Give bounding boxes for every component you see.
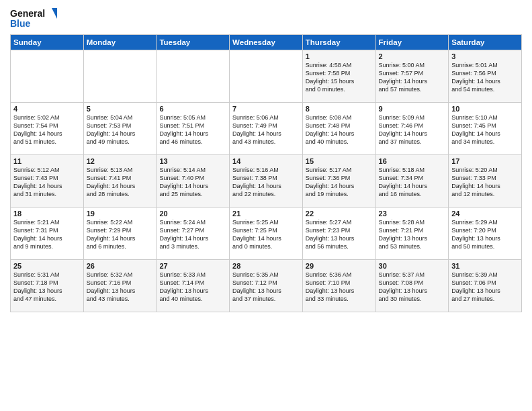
header: General Blue (10, 7, 522, 30)
day-cell: 5Sunrise: 5:04 AM Sunset: 7:53 PM Daylig… (83, 103, 157, 155)
day-number: 10 (451, 105, 519, 113)
day-info: Sunrise: 5:09 AM Sunset: 7:46 PM Dayligh… (379, 113, 446, 146)
day-info: Sunrise: 5:18 AM Sunset: 7:34 PM Dayligh… (379, 166, 446, 199)
day-number: 1 (306, 52, 373, 60)
day-cell: 10Sunrise: 5:10 AM Sunset: 7:45 PM Dayli… (449, 103, 522, 155)
day-info: Sunrise: 4:58 AM Sunset: 7:58 PM Dayligh… (306, 61, 373, 94)
col-header-sunday: Sunday (11, 35, 84, 50)
svg-marker-2 (52, 8, 57, 19)
day-number: 5 (87, 105, 154, 113)
week-row-1: 1Sunrise: 4:58 AM Sunset: 7:58 PM Daylig… (11, 50, 522, 103)
day-number: 30 (379, 262, 446, 270)
day-info: Sunrise: 5:04 AM Sunset: 7:53 PM Dayligh… (87, 113, 154, 146)
day-info: Sunrise: 5:10 AM Sunset: 7:45 PM Dayligh… (451, 113, 519, 146)
svg-text:General: General (10, 8, 45, 19)
day-cell: 16Sunrise: 5:18 AM Sunset: 7:34 PM Dayli… (375, 155, 449, 208)
day-info: Sunrise: 5:39 AM Sunset: 7:06 PM Dayligh… (451, 271, 519, 304)
day-cell: 7Sunrise: 5:06 AM Sunset: 7:49 PM Daylig… (230, 103, 303, 155)
day-number: 12 (87, 157, 154, 165)
col-header-tuesday: Tuesday (157, 35, 230, 50)
day-info: Sunrise: 5:29 AM Sunset: 7:20 PM Dayligh… (451, 218, 519, 251)
day-info: Sunrise: 5:00 AM Sunset: 7:57 PM Dayligh… (379, 61, 446, 94)
day-info: Sunrise: 5:17 AM Sunset: 7:36 PM Dayligh… (306, 166, 373, 199)
day-info: Sunrise: 5:37 AM Sunset: 7:08 PM Dayligh… (379, 271, 446, 304)
day-info: Sunrise: 5:16 AM Sunset: 7:38 PM Dayligh… (232, 166, 300, 199)
day-cell: 25Sunrise: 5:31 AM Sunset: 7:18 PM Dayli… (11, 260, 84, 312)
calendar-page: General Blue SundayMondayTuesdayWednesda… (0, 0, 532, 411)
day-cell (230, 50, 303, 103)
col-header-monday: Monday (83, 35, 157, 50)
day-info: Sunrise: 5:05 AM Sunset: 7:51 PM Dayligh… (159, 113, 226, 146)
day-number: 6 (159, 105, 226, 113)
day-cell: 14Sunrise: 5:16 AM Sunset: 7:38 PM Dayli… (230, 155, 303, 208)
logo: General Blue (10, 7, 57, 30)
day-cell: 27Sunrise: 5:33 AM Sunset: 7:14 PM Dayli… (157, 260, 230, 312)
week-row-2: 4Sunrise: 5:02 AM Sunset: 7:54 PM Daylig… (11, 103, 522, 155)
day-info: Sunrise: 5:13 AM Sunset: 7:41 PM Dayligh… (87, 166, 154, 199)
day-number: 3 (451, 52, 519, 60)
week-row-3: 11Sunrise: 5:12 AM Sunset: 7:43 PM Dayli… (11, 155, 522, 208)
day-info: Sunrise: 5:12 AM Sunset: 7:43 PM Dayligh… (13, 166, 81, 199)
day-info: Sunrise: 5:27 AM Sunset: 7:23 PM Dayligh… (306, 218, 373, 251)
day-number: 17 (451, 157, 519, 165)
day-cell (83, 50, 157, 103)
day-number: 2 (379, 52, 446, 60)
day-cell: 12Sunrise: 5:13 AM Sunset: 7:41 PM Dayli… (83, 155, 157, 208)
day-info: Sunrise: 5:33 AM Sunset: 7:14 PM Dayligh… (159, 271, 226, 304)
day-number: 28 (232, 262, 300, 270)
day-number: 22 (306, 210, 373, 218)
day-cell: 18Sunrise: 5:21 AM Sunset: 7:31 PM Dayli… (11, 208, 84, 260)
day-info: Sunrise: 5:35 AM Sunset: 7:12 PM Dayligh… (232, 271, 300, 304)
day-cell: 8Sunrise: 5:08 AM Sunset: 7:48 PM Daylig… (302, 103, 375, 155)
day-cell: 19Sunrise: 5:22 AM Sunset: 7:29 PM Dayli… (83, 208, 157, 260)
day-number: 16 (379, 157, 446, 165)
day-number: 14 (232, 157, 300, 165)
col-header-saturday: Saturday (449, 35, 522, 50)
day-cell (157, 50, 230, 103)
day-number: 20 (159, 210, 226, 218)
day-cell: 17Sunrise: 5:20 AM Sunset: 7:33 PM Dayli… (449, 155, 522, 208)
day-cell (11, 50, 84, 103)
day-number: 13 (159, 157, 226, 165)
day-cell: 6Sunrise: 5:05 AM Sunset: 7:51 PM Daylig… (157, 103, 230, 155)
week-row-4: 18Sunrise: 5:21 AM Sunset: 7:31 PM Dayli… (11, 208, 522, 260)
day-info: Sunrise: 5:08 AM Sunset: 7:48 PM Dayligh… (306, 113, 373, 146)
day-number: 8 (306, 105, 373, 113)
day-number: 19 (87, 210, 154, 218)
day-info: Sunrise: 5:14 AM Sunset: 7:40 PM Dayligh… (159, 166, 226, 199)
day-cell: 11Sunrise: 5:12 AM Sunset: 7:43 PM Dayli… (11, 155, 84, 208)
day-number: 27 (159, 262, 226, 270)
day-number: 15 (306, 157, 373, 165)
day-info: Sunrise: 5:22 AM Sunset: 7:29 PM Dayligh… (87, 218, 154, 251)
day-info: Sunrise: 5:02 AM Sunset: 7:54 PM Dayligh… (13, 113, 81, 146)
day-info: Sunrise: 5:01 AM Sunset: 7:56 PM Dayligh… (451, 61, 519, 94)
day-number: 31 (451, 262, 519, 270)
day-info: Sunrise: 5:32 AM Sunset: 7:16 PM Dayligh… (87, 271, 154, 304)
day-cell: 26Sunrise: 5:32 AM Sunset: 7:16 PM Dayli… (83, 260, 157, 312)
day-cell: 22Sunrise: 5:27 AM Sunset: 7:23 PM Dayli… (302, 208, 375, 260)
day-info: Sunrise: 5:06 AM Sunset: 7:49 PM Dayligh… (232, 113, 300, 146)
header-row: SundayMondayTuesdayWednesdayThursdayFrid… (11, 35, 522, 50)
day-number: 21 (232, 210, 300, 218)
day-number: 23 (379, 210, 446, 218)
day-cell: 23Sunrise: 5:28 AM Sunset: 7:21 PM Dayli… (375, 208, 449, 260)
col-header-thursday: Thursday (302, 35, 375, 50)
day-cell: 28Sunrise: 5:35 AM Sunset: 7:12 PM Dayli… (230, 260, 303, 312)
logo-svg: General Blue (10, 7, 57, 30)
day-cell: 3Sunrise: 5:01 AM Sunset: 7:56 PM Daylig… (449, 50, 522, 103)
day-number: 25 (13, 262, 81, 270)
day-cell: 30Sunrise: 5:37 AM Sunset: 7:08 PM Dayli… (375, 260, 449, 312)
day-cell: 24Sunrise: 5:29 AM Sunset: 7:20 PM Dayli… (449, 208, 522, 260)
day-number: 26 (87, 262, 154, 270)
day-info: Sunrise: 5:36 AM Sunset: 7:10 PM Dayligh… (306, 271, 373, 304)
calendar-table: SundayMondayTuesdayWednesdayThursdayFrid… (10, 34, 522, 312)
col-header-friday: Friday (375, 35, 449, 50)
day-number: 11 (13, 157, 81, 165)
day-number: 18 (13, 210, 81, 218)
day-number: 29 (306, 262, 373, 270)
day-cell: 1Sunrise: 4:58 AM Sunset: 7:58 PM Daylig… (302, 50, 375, 103)
day-cell: 4Sunrise: 5:02 AM Sunset: 7:54 PM Daylig… (11, 103, 84, 155)
day-info: Sunrise: 5:28 AM Sunset: 7:21 PM Dayligh… (379, 218, 446, 251)
day-info: Sunrise: 5:31 AM Sunset: 7:18 PM Dayligh… (13, 271, 81, 304)
day-cell: 31Sunrise: 5:39 AM Sunset: 7:06 PM Dayli… (449, 260, 522, 312)
